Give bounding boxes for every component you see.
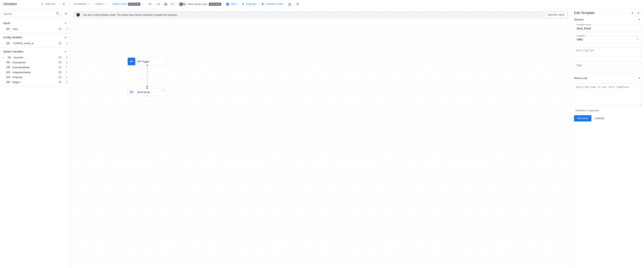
svg-point-27 (66, 78, 67, 78)
editor-view-button[interactable]: EDITOR VIEW (545, 12, 567, 18)
svg-point-23 (66, 72, 67, 73)
layout-icon (164, 2, 168, 6)
variable-row[interactable]: STR IntegrationName 0 (0, 70, 70, 75)
analytics-button[interactable] (286, 0, 294, 8)
more-button[interactable] (64, 75, 69, 79)
how-to-use-section-header[interactable]: How to use (571, 75, 644, 82)
tags-input[interactable] (574, 62, 641, 69)
variable-name: Time (12, 28, 56, 31)
variable-row[interactable]: STR ExecutionMode 0 (0, 65, 70, 70)
svg-point-18 (66, 63, 67, 64)
zoom-button[interactable] (170, 0, 177, 8)
publish-icon (241, 3, 244, 6)
template-mode-banner: i You are in edit template mode. The bel… (74, 11, 568, 19)
templates-dropdown[interactable]: TEMPLATES PREVIEW (110, 0, 146, 8)
variable-row[interactable]: STR ExecutionId 0 (0, 60, 70, 65)
filter-button[interactable] (63, 12, 69, 16)
svg-point-25 (66, 76, 67, 76)
triggers-dropdown[interactable]: TRIGGERS (71, 0, 93, 8)
system-section-header[interactable]: System Variables (0, 48, 70, 55)
more-button[interactable] (64, 66, 69, 69)
port-in[interactable] (146, 87, 148, 89)
search-input-wrapper[interactable] (2, 11, 61, 17)
undo-button[interactable] (146, 0, 154, 8)
new-canvas-label: New canvas view (188, 3, 207, 6)
preview-button[interactable]: PREVIEW (574, 115, 592, 121)
redo-button[interactable] (154, 0, 162, 8)
type-chip: {J} (7, 56, 12, 59)
filter-icon (64, 12, 68, 16)
menu-button[interactable] (294, 0, 302, 8)
expand-button[interactable] (2, 56, 5, 59)
type-chip: [S] (6, 42, 10, 45)
canvas[interactable]: i You are in edit template mode. The bel… (71, 8, 571, 268)
svg-point-30 (66, 83, 67, 83)
more-vert-icon (65, 56, 68, 59)
variable-name: Region (12, 81, 56, 84)
template-name-input[interactable] (574, 25, 641, 32)
triggers-label: TRIGGERS (73, 3, 87, 6)
port-out[interactable] (146, 64, 148, 66)
search-input[interactable] (3, 12, 56, 16)
expand-panel-button[interactable] (635, 11, 641, 15)
tasks-label: TASKS (95, 3, 104, 6)
more-button[interactable] (64, 80, 69, 84)
layout-button[interactable] (162, 0, 170, 8)
svg-point-19 (66, 66, 67, 67)
config-section-header[interactable]: Config Variables (0, 34, 70, 41)
more-vert-icon (65, 66, 68, 69)
node-api-trigger[interactable]: API API Trigger (128, 58, 167, 65)
tasks-dropdown[interactable]: TASKS (93, 0, 110, 8)
how-to-use-input[interactable] (574, 83, 641, 106)
expand-right-icon (636, 11, 640, 15)
svg-point-28 (66, 81, 67, 81)
preview-badge: PREVIEW (209, 3, 221, 6)
create-variable-button[interactable]: CREATE (39, 2, 56, 6)
new-canvas-toggle[interactable]: New canvas view PREVIEW (178, 3, 224, 6)
connections-icon (261, 3, 264, 6)
inputs-section-header[interactable]: Inputs (0, 19, 70, 27)
svg-point-24 (66, 73, 67, 74)
caret-down-icon (174, 3, 176, 6)
chevron-right-icon (2, 56, 5, 59)
more-vert-icon (65, 61, 68, 64)
pin-icon (630, 11, 634, 15)
more-button[interactable] (64, 27, 69, 31)
test-button[interactable]: TEST (224, 0, 239, 8)
variable-row[interactable]: [S] `CONFIG_email_id` 0 (0, 41, 70, 48)
menu-icon (296, 2, 300, 6)
category-select[interactable] (574, 36, 641, 43)
cancel-button[interactable]: CANCEL (594, 115, 606, 121)
count-chip: 0 (58, 81, 62, 84)
pin-button[interactable] (629, 11, 635, 15)
svg-point-17 (66, 62, 67, 63)
collapse-left-panel-button[interactable] (60, 0, 68, 8)
variable-name: IntegrationName (12, 71, 56, 74)
preview-badge: PREVIEW (128, 3, 140, 6)
banner-message: You are in edit template mode. The below… (83, 14, 542, 16)
variable-row[interactable]: {J} ErrorInfo 0 (0, 55, 70, 60)
count-chip: 0 (58, 28, 62, 31)
variable-row[interactable]: STR ProjectId 0 (0, 75, 70, 80)
top-toolbar: Variables CREATE TRIGGERS TASKS TEMPLATE… (0, 0, 644, 8)
more-button[interactable] (64, 42, 69, 45)
collapse-left-icon (62, 2, 66, 6)
variable-row[interactable]: STR Region 0 (0, 80, 70, 86)
more-button[interactable] (64, 70, 69, 74)
variable-row[interactable]: INT Time 0 (0, 27, 70, 33)
port-out[interactable] (146, 95, 148, 97)
connections-button[interactable]: CONNECTIONS (258, 0, 286, 8)
more-button[interactable] (64, 56, 69, 59)
more-button[interactable] (64, 61, 69, 64)
general-section-header[interactable]: General (571, 17, 644, 24)
description-input[interactable] (574, 47, 641, 57)
publish-button[interactable]: PUBLISH (239, 0, 258, 8)
templates-label: TEMPLATES (112, 3, 127, 6)
mail-icon (128, 88, 135, 96)
caret-down-icon (88, 3, 90, 6)
svg-point-13 (66, 56, 67, 57)
create-label: CREATE (45, 3, 56, 6)
chevron-up-icon (638, 18, 641, 22)
inputs-label: Inputs (3, 22, 10, 25)
node-send-email[interactable]: Send Email ID:1 (128, 88, 167, 96)
